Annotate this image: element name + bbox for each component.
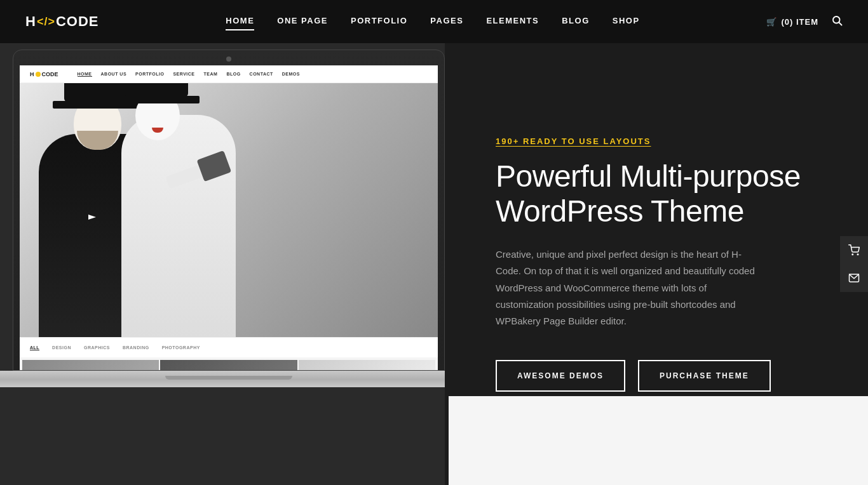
nav-right: 🛒 (0) ITEM	[766, 15, 843, 29]
filter-bar: ALL DESIGN GRAPHICS BRANDING PHOTOGRAPHY	[20, 337, 438, 357]
thumb-1[interactable]	[22, 360, 159, 370]
hat2-top	[125, 83, 188, 97]
svg-point-2	[852, 254, 853, 255]
inner-logo-code: CODE	[42, 71, 58, 77]
headline: Powerful Multi-purpose WordPress Theme	[496, 159, 817, 229]
cart-label: (0) ITEM	[781, 17, 818, 27]
right-panel: 190+ READY TO USE LAYOUTS Powerful Multi…	[445, 43, 868, 485]
laptop-hero: JUST MAKE DESIGN TO HELP YOUR DESIGN BET…	[20, 83, 438, 337]
nav-item-elements[interactable]: ELEMENTS	[486, 16, 539, 28]
inner-logo: H CODE	[30, 71, 58, 77]
inner-nav-blog[interactable]: BLOG	[226, 72, 240, 77]
filter-branding[interactable]: BRANDING	[123, 345, 149, 350]
nav-item-blog[interactable]: BLOG	[562, 16, 590, 28]
laptop-mockup-panel: H CODE HOME ABOUT US PORTFOLIO SERVICE T…	[0, 43, 445, 485]
filter-graphics[interactable]: GRAPHICS	[84, 345, 110, 350]
search-button[interactable]	[831, 15, 843, 29]
nav-item-one-page[interactable]: ONE PAGE	[277, 16, 328, 28]
laptop-bottom	[0, 380, 445, 387]
main-nav: HOME ONE PAGE PORTFOLIO PAGES ELEMENTS B…	[226, 16, 639, 28]
inner-logo-dot	[36, 72, 41, 77]
cart-icon: 🛒	[766, 17, 777, 27]
filter-design[interactable]: DESIGN	[52, 345, 71, 350]
logo-brackets: </>	[37, 15, 55, 29]
inner-nav-team[interactable]: TEAM	[204, 72, 218, 77]
headline-line2: WordPress Theme	[496, 194, 744, 228]
laptop-base	[0, 371, 445, 380]
hat2-brim	[114, 96, 200, 103]
svg-line-1	[839, 22, 841, 25]
inner-nav-service[interactable]: SERVICE	[173, 72, 194, 77]
filter-photography[interactable]: PHOTOGRAPHY	[162, 345, 200, 350]
inner-nav-items: HOME ABOUT US PORTFOLIO SERVICE TEAM BLO…	[78, 72, 300, 77]
bottom-white-section	[449, 396, 868, 485]
purchase-theme-button[interactable]: PURCHASE THEME	[638, 360, 771, 392]
laptop-camera	[226, 56, 231, 62]
cta-buttons: AWESOME DEMOS PURCHASE THEME	[496, 360, 817, 392]
main-content: H CODE HOME ABOUT US PORTFOLIO SERVICE T…	[0, 43, 868, 485]
side-icons	[840, 236, 868, 292]
headline-line1: Powerful Multi-purpose	[496, 159, 801, 193]
site-logo[interactable]: H </> CODE	[25, 13, 98, 30]
laptop-wrapper: H CODE HOME ABOUT US PORTFOLIO SERVICE T…	[0, 50, 445, 387]
side-cart-icon[interactable]	[840, 236, 868, 264]
cart-button[interactable]: 🛒 (0) ITEM	[766, 17, 818, 27]
lips	[152, 128, 163, 133]
inner-nav-demos[interactable]: DEMOS	[282, 72, 300, 77]
logo-prefix: H	[25, 13, 36, 30]
thumb-2[interactable]	[160, 360, 297, 370]
inner-logo-h: H	[30, 71, 34, 77]
main-header: H </> CODE HOME ONE PAGE PORTFOLIO PAGES…	[0, 0, 868, 43]
inner-nav-about[interactable]: ABOUT US	[101, 72, 127, 77]
tagline: 190+ READY TO USE LAYOUTS	[496, 136, 817, 146]
thumb-3[interactable]	[299, 360, 435, 370]
awesome-demos-button[interactable]: AWESOME DEMOS	[496, 360, 625, 392]
inner-nav-contact[interactable]: CONTACT	[250, 72, 273, 77]
description: Creative, unique and pixel perfect desig…	[496, 246, 763, 329]
nav-item-portfolio[interactable]: PORTFOLIO	[351, 16, 407, 28]
inner-nav-portfolio[interactable]: PORTFOLIO	[135, 72, 164, 77]
svg-point-3	[857, 254, 858, 255]
inner-nav-home[interactable]: HOME	[78, 72, 92, 77]
side-envelope-icon[interactable]	[840, 264, 868, 292]
nav-item-home[interactable]: HOME	[226, 16, 254, 28]
nav-item-pages[interactable]: PAGES	[430, 16, 463, 28]
figure-group	[39, 96, 242, 337]
portfolio-thumbnails	[20, 357, 438, 370]
mime-body	[121, 115, 236, 337]
logo-suffix: CODE	[56, 13, 99, 30]
inner-nav: H CODE HOME ABOUT US PORTFOLIO SERVICE T…	[20, 65, 438, 83]
laptop-screen: H CODE HOME ABOUT US PORTFOLIO SERVICE T…	[20, 65, 438, 370]
nav-item-shop[interactable]: SHOP	[613, 16, 640, 28]
filter-all[interactable]: ALL	[30, 345, 39, 350]
